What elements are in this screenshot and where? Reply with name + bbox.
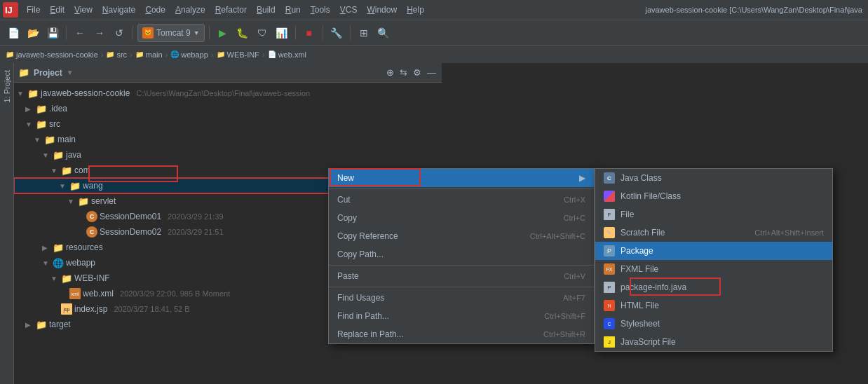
refresh-btn[interactable]: ↺ [110,24,128,42]
menu-code[interactable]: Code [141,4,170,16]
bc-project[interactable]: 📁 javaweb-session-cookie [6,50,98,59]
build-config-btn[interactable]: 🔧 [327,24,346,42]
indexjsp-icon: jsp [61,303,72,315]
resources-arrow: ▶ [42,244,50,252]
ctx-new[interactable]: New ▶ [329,169,594,187]
menu-analyze[interactable]: Analyze [171,4,210,16]
ctx-replace-path-label: Replace in Path... [337,329,404,339]
new-file-btn[interactable]: 📄 [4,24,22,42]
sep2 [133,26,133,40]
settings-icon-btn[interactable]: ⚙ [412,66,423,79]
ctx-cut[interactable]: Cut Ctrl+X [329,191,594,209]
sub-java-class[interactable]: C Java Class [595,169,832,187]
bc-src[interactable]: 📁 src [106,50,127,59]
sub-file-label: File [621,210,634,219]
tree-idea[interactable]: ▶ 📁 .idea [14,101,442,116]
wang-arrow: ▼ [59,182,67,190]
ctx-copy-ref[interactable]: Copy Reference Ctrl+Alt+Shift+C [329,227,594,245]
ctx-find-usages-shortcut: Alt+F7 [563,294,585,302]
collapse-icon-btn[interactable]: ⇆ [398,66,409,79]
package-info-icon: P [604,282,615,293]
bc-webapp-label[interactable]: webapp [181,50,208,59]
tree-root[interactable]: ▼ 📁 javaweb-session-cookie C:\Users\Wang… [14,85,442,101]
stop-btn[interactable]: ■ [300,24,318,42]
sep3 [209,26,210,40]
menu-tools[interactable]: Tools [306,4,334,16]
tomcat-selector[interactable]: 🐱 Tomcat 9 ▼ [137,24,205,42]
tree-java[interactable]: ▼ 📁 java [14,147,442,163]
ctx-find-path[interactable]: Find in Path... Ctrl+Shift+F [329,307,594,325]
menu-file[interactable]: File [22,4,44,16]
bc-sep2: › [130,50,133,59]
menu-build[interactable]: Build [252,4,280,16]
bc-sep3: › [165,50,168,59]
menu-run[interactable]: Run [281,4,305,16]
bc-main[interactable]: 📁 main [135,50,163,59]
menu-edit[interactable]: Edit [46,4,69,16]
main-arrow: ▼ [34,136,42,144]
menu-vcs[interactable]: VCS [336,4,362,16]
forward-btn[interactable]: → [90,24,109,42]
resources-icon: 📁 [53,242,64,253]
tree-src[interactable]: ▼ 📁 src [14,116,442,132]
sub-fxml[interactable]: FX FXML File [595,260,832,278]
profile-btn[interactable]: 📊 [273,24,291,42]
sub-js[interactable]: J JavaScript File [595,333,832,351]
ctx-copy[interactable]: Copy Ctrl+C [329,209,594,227]
search-everywhere-btn[interactable]: 🔍 [374,24,393,42]
session01-icon: C [86,211,97,222]
coverage-btn[interactable]: 🛡 [253,24,271,42]
bc-webapp[interactable]: 🌐 webapp [170,50,208,59]
ctx-paste[interactable]: Paste Ctrl+V [329,267,594,285]
bc-webxml[interactable]: 📄 web.xml [268,50,306,59]
layout-btn[interactable]: ⊞ [355,24,373,42]
run-btn[interactable]: ▶ [214,24,232,42]
ctx-copy-shortcut: Ctrl+C [564,214,585,222]
open-btn[interactable]: 📂 [24,24,42,42]
servlet-label: servlet [91,196,116,206]
ctx-replace-path[interactable]: Replace in Path... Ctrl+Shift+R [329,325,594,343]
root-arrow: ▼ [17,90,25,97]
ctx-sep3 [329,287,594,287]
sub-css[interactable]: C Stylesheet [595,315,832,333]
menu-help[interactable]: Help [402,4,428,16]
save-btn[interactable]: 💾 [43,24,62,42]
sub-html[interactable]: H HTML File [595,296,832,315]
svg-text:IJ: IJ [5,5,13,15]
menu-refactor[interactable]: Refactor [211,4,251,16]
sub-kotlin[interactable]: Kotlin File/Class [595,187,832,205]
bc-webxml-label[interactable]: web.xml [278,50,306,59]
debug-btn[interactable]: 🐛 [233,24,252,42]
tree-main[interactable]: ▼ 📁 main [14,132,442,147]
bc-webinf-label[interactable]: WEB-INF [227,50,259,59]
sub-package[interactable]: P Package [595,242,832,260]
bc-src-label[interactable]: src [116,50,127,59]
indexjsp-meta: 2020/3/27 18:41, 52 B [114,305,189,313]
panel-header-icons: ⊕ ⇆ ⚙ — [385,66,438,79]
idea-arrow: ▶ [25,105,34,113]
bc-main-label[interactable]: main [146,50,163,59]
ctx-new-arrow: ▶ [579,173,585,183]
tomcat-label: Tomcat 9 [156,28,191,38]
indexjsp-label: index.jsp [74,304,107,314]
toolbar: 📄 📂 💾 ← → ↺ 🐱 Tomcat 9 ▼ ▶ 🐛 🛡 📊 ■ 🔧 ⊞ 🔍 [0,20,868,45]
bc-sep4: › [211,50,214,59]
back-btn[interactable]: ← [71,24,89,42]
hide-icon-btn[interactable]: — [426,66,438,79]
sub-package-info[interactable]: P package-info.java [595,278,832,296]
menu-window[interactable]: Window [362,4,401,16]
menu-navigate[interactable]: Navigate [98,4,140,16]
main-icon: 📁 [44,135,55,145]
scope-icon-btn[interactable]: ⊕ [385,66,395,79]
ctx-cut-shortcut: Ctrl+X [564,196,585,204]
ctx-find-usages[interactable]: Find Usages Alt+F7 [329,289,594,307]
bc-webinf[interactable]: 📁 WEB-INF [217,50,259,59]
side-label[interactable]: 1: Project [3,70,11,102]
sub-file[interactable]: F File [595,205,832,224]
bc-project-label[interactable]: javaweb-session-cookie [16,50,98,59]
src-label: src [49,119,60,129]
menu-view[interactable]: View [70,4,97,16]
sub-scratch[interactable]: ✎ Scratch File Ctrl+Alt+Shift+Insert [595,224,832,242]
ctx-copy-path[interactable]: Copy Path... [329,245,594,263]
ctx-cut-label: Cut [337,195,351,205]
